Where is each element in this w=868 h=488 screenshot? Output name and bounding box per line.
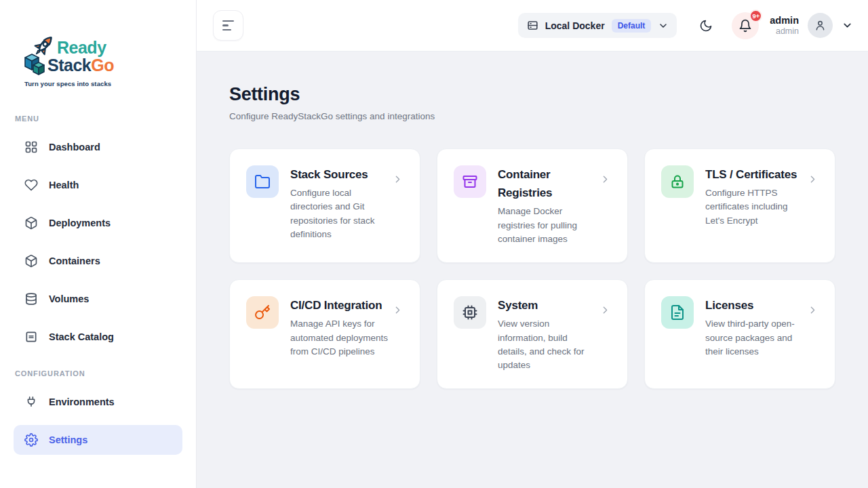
topbar: Local Docker Default 9+ admin admin <box>197 0 868 52</box>
file-text-icon <box>661 296 694 329</box>
card-description: Manage Docker registries for pulling con… <box>498 205 597 246</box>
nav-section-menu: MENU <box>0 115 196 123</box>
settings-card-licenses[interactable]: Licenses View third-party open-source pa… <box>644 279 835 389</box>
chevron-right-icon <box>599 174 611 185</box>
cube-icon <box>24 254 38 268</box>
brand-name-ready: Ready <box>57 39 114 57</box>
card-description: View third-party open-source packages an… <box>705 317 805 359</box>
grid-icon <box>24 140 38 154</box>
sidebar-item-label: Volumes <box>49 293 89 304</box>
chevron-right-icon <box>599 304 611 316</box>
settings-card-tls-certificates[interactable]: TLS / Certificates Configure HTTPS certi… <box>644 148 835 263</box>
cube-icon <box>24 216 38 230</box>
sidebar-item-label: Containers <box>49 256 100 266</box>
chevron-down-icon <box>658 20 669 31</box>
card-description: Configure local directories and Git repo… <box>290 186 390 241</box>
brand-logo: Ready StackGo Turn your specs into stack… <box>0 0 196 87</box>
card-title: Stack Sources <box>290 165 390 184</box>
catalog-icon <box>24 330 38 344</box>
sidebar-nav: MENU Dashboard Health Deployments <box>0 115 196 488</box>
sidebar-item-label: Deployments <box>49 218 111 228</box>
sidebar-item-label: Settings <box>49 434 87 445</box>
user-role: admin <box>770 26 799 37</box>
settings-card-cicd-integration[interactable]: CI/CD Integration Manage API keys for au… <box>229 279 420 389</box>
page-subtitle: Configure ReadyStackGo settings and inte… <box>229 111 835 121</box>
bell-icon <box>738 19 752 33</box>
settings-card-stack-sources[interactable]: Stack Sources Configure local directorie… <box>229 148 420 263</box>
sidebar-item-deployments[interactable]: Deployments <box>14 208 182 238</box>
sidebar-item-volumes[interactable]: Volumes <box>14 284 182 314</box>
user-avatar[interactable] <box>808 13 833 38</box>
key-icon <box>246 296 279 329</box>
dark-mode-moon-icon[interactable] <box>699 19 713 33</box>
sidebar-item-health[interactable]: Health <box>14 170 182 200</box>
cpu-icon <box>454 296 486 329</box>
sidebar-item-containers[interactable]: Containers <box>14 246 182 276</box>
environment-default-badge: Default <box>612 19 652 33</box>
gear-icon <box>24 433 38 447</box>
user-name: admin <box>770 14 799 26</box>
card-description: Manage API keys for automated deployment… <box>290 317 390 359</box>
brand-name-go: Go <box>91 56 114 75</box>
database-icon <box>24 292 38 306</box>
user-menu-chevron-down-icon[interactable] <box>842 20 853 31</box>
archive-icon <box>454 165 486 198</box>
user-info: admin admin <box>770 14 799 37</box>
card-title: Container Registries <box>498 165 597 202</box>
person-icon <box>814 19 827 32</box>
sidebar-item-stack-catalog[interactable]: Stack Catalog <box>14 322 182 352</box>
sidebar-item-settings[interactable]: Settings <box>14 425 182 455</box>
folder-icon <box>246 165 279 198</box>
sidebar-item-dashboard[interactable]: Dashboard <box>14 132 182 162</box>
sidebar-item-label: Environments <box>49 396 115 407</box>
sidebar-item-label: Stack Catalog <box>49 331 114 342</box>
card-title: TLS / Certificates <box>705 165 805 184</box>
lock-icon <box>661 165 694 198</box>
card-title: Licenses <box>705 296 805 314</box>
card-title: System <box>498 296 597 314</box>
card-description: View version information, build details,… <box>498 317 597 372</box>
card-description: Configure HTTPS certificates including L… <box>705 186 805 228</box>
settings-card-system[interactable]: System View version information, build d… <box>437 279 628 389</box>
notifications-button[interactable]: 9+ <box>732 12 759 39</box>
server-icon <box>526 19 539 32</box>
environment-selector[interactable]: Local Docker Default <box>518 13 677 38</box>
chevron-right-icon <box>807 304 818 316</box>
chevron-right-icon <box>392 304 403 316</box>
settings-page: Settings Configure ReadyStackGo settings… <box>197 52 868 488</box>
chevron-right-icon <box>807 174 818 185</box>
brand-tagline: Turn your specs into stacks <box>24 80 182 87</box>
settings-cards-grid: Stack Sources Configure local directorie… <box>229 148 835 389</box>
sidebar-item-label: Health <box>49 180 79 190</box>
sidebar-item-environments[interactable]: Environments <box>14 387 182 417</box>
heart-icon <box>24 178 38 192</box>
notification-count-badge: 9+ <box>749 9 762 22</box>
settings-card-container-registries[interactable]: Container Registries Manage Docker regis… <box>437 148 628 263</box>
environment-name: Local Docker <box>545 20 605 31</box>
brand-name-stack: Stack <box>47 56 91 75</box>
sidebar-item-label: Dashboard <box>49 142 100 152</box>
nav-section-configuration: CONFIGURATION <box>0 369 196 378</box>
card-title: CI/CD Integration <box>290 296 390 314</box>
sidebar: Ready StackGo Turn your specs into stack… <box>0 0 197 488</box>
chevron-right-icon <box>392 174 403 185</box>
plug-icon <box>24 395 38 409</box>
sidebar-toggle-button[interactable] <box>213 10 243 41</box>
main-area: Local Docker Default 9+ admin admin <box>197 0 868 488</box>
page-title: Settings <box>229 84 835 105</box>
